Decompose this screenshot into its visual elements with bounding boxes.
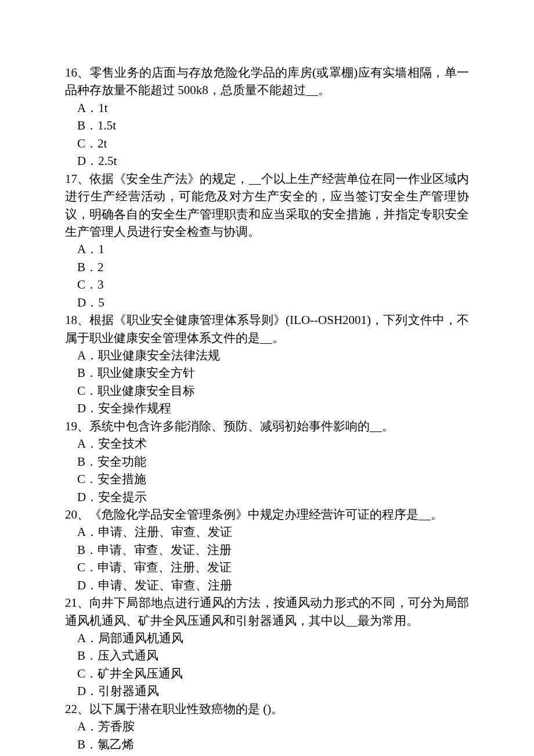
option-b: B．安全功能 (65, 453, 469, 470)
question-21: 21、向井下局部地点进行通风的方法，按通风动力形式的不同，可分为局部通风机通风、… (65, 594, 469, 629)
document-page: 16、零售业务的店面与存放危险化学品的库房(或罩棚)应有实墙相隔，单一品种存放量… (0, 0, 534, 756)
question-stem: 《危险化学品安全管理条例》中规定办理经营许可证的程序是__。 (89, 507, 443, 521)
option-b: B．1.5t (65, 117, 469, 134)
option-c: C．安全措施 (65, 470, 469, 488)
question-stem: 以下属于潜在职业性致癌物的是 ()。 (89, 702, 283, 716)
option-c: C．职业健康安全目标 (65, 382, 469, 399)
question-number: 18、 (65, 313, 89, 327)
option-d: D．5 (65, 294, 469, 311)
question-17: 17、依据《安全生产法》的规定，__个以上生产经营单位在同一作业区域内进行生产经… (65, 170, 469, 241)
option-c: C．矿井全风压通风 (65, 665, 469, 682)
option-b: B．2 (65, 258, 469, 276)
option-c: C．铅 (65, 753, 469, 756)
question-number: 21、 (65, 596, 89, 610)
question-18: 18、根据《职业安全健康管理体系导则》(ILO--OSH2001)，下列文件中，… (65, 311, 469, 347)
option-b: B．压入式通风 (65, 647, 469, 664)
option-d: D．安全提示 (65, 488, 469, 506)
option-d: D．安全操作规程 (65, 399, 469, 417)
question-number: 19、 (65, 419, 89, 433)
question-number: 17、 (65, 172, 89, 186)
question-stem: 根据《职业安全健康管理体系导则》(ILO--OSH2001)，下列文件中，不属于… (65, 313, 469, 344)
option-a: A．职业健康安全法律法规 (65, 347, 469, 364)
option-a: A．1 (65, 240, 469, 258)
question-number: 22、 (65, 702, 89, 716)
option-a: A．申请、注册、审查、发证 (65, 523, 469, 541)
question-20: 20、《危险化学品安全管理条例》中规定办理经营许可证的程序是__。 (65, 506, 469, 523)
question-16: 16、零售业务的店面与存放危险化学品的库房(或罩棚)应有实墙相隔，单一品种存放量… (65, 64, 469, 99)
question-number: 20、 (65, 507, 89, 521)
option-d: D．申请、发证、审查、注册 (65, 577, 469, 594)
option-d: D．引射器通风 (65, 682, 469, 700)
question-stem: 零售业务的店面与存放危险化学品的库房(或罩棚)应有实墙相隔，单一品种存放量不能超… (65, 66, 469, 97)
question-stem: 依据《安全生产法》的规定，__个以上生产经营单位在同一作业区域内进行生产经营活动… (65, 172, 469, 239)
option-d: D．2.5t (65, 152, 469, 170)
option-a: A．安全技术 (65, 435, 469, 452)
question-stem: 系统中包含许多能消除、预防、减弱初始事件影响的__。 (89, 419, 394, 433)
option-c: C．3 (65, 276, 469, 293)
question-stem: 向井下局部地点进行通风的方法，按通风动力形式的不同，可分为局部通风机通风、矿井全… (65, 596, 469, 627)
option-c: C．申请、审查、注册、发证 (65, 559, 469, 576)
question-19: 19、系统中包含许多能消除、预防、减弱初始事件影响的__。 (65, 417, 469, 435)
option-b: B．职业健康安全方针 (65, 364, 469, 381)
option-a: A．局部通风机通风 (65, 629, 469, 647)
option-a: A．1t (65, 99, 469, 117)
question-number: 16、 (65, 66, 90, 80)
option-b: B．氯乙烯 (65, 736, 469, 753)
option-a: A．芳香胺 (65, 718, 469, 735)
option-b: B．申请、审查、发证、注册 (65, 541, 469, 559)
question-22: 22、以下属于潜在职业性致癌物的是 ()。 (65, 700, 469, 718)
option-c: C．2t (65, 135, 469, 152)
